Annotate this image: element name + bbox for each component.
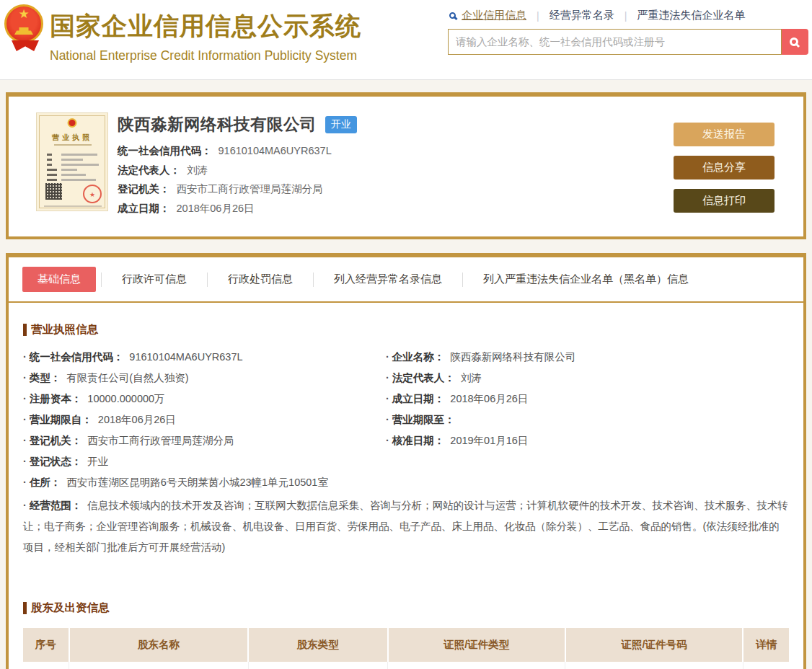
summary-field-legal-representative: 法定代表人：刘涛 — [118, 163, 674, 177]
nav-link-abnormal-directory[interactable]: 经营异常名录 — [550, 9, 614, 22]
nav-link-illegal-blacklist[interactable]: 严重违法失信企业名单 — [637, 9, 745, 22]
national-emblem-icon: ★ — [4, 4, 46, 71]
company-name: 陕西淼新网络科技有限公司 — [118, 113, 317, 136]
field-registration-status: 登记状态：开业 — [23, 453, 386, 469]
search-button[interactable] — [782, 29, 808, 55]
col-header-shareholder-type: 股东类型 — [248, 628, 387, 662]
tab-administrative-penalty[interactable]: 行政处罚信息 — [213, 267, 308, 292]
cell-shareholder-name: 刘涛 — [69, 662, 249, 669]
cell-shareholder-type: 自然人股东 — [248, 662, 387, 669]
col-header-certificate-type: 证照/证件类型 — [388, 628, 565, 662]
nav-separator: | — [537, 10, 539, 22]
cell-certificate-type: 非公示项 — [388, 662, 565, 669]
star-icon: ★ — [6, 7, 41, 22]
summary-field-establish-date: 成立日期：2018年06月26日 — [118, 201, 674, 216]
col-header-index: 序号 — [23, 628, 69, 662]
nav-link-enterprise-credit[interactable]: 企业信用信息 — [462, 9, 526, 22]
ribbon-shape — [12, 40, 39, 51]
search-button-icon — [790, 37, 798, 46]
gate-icon — [14, 27, 33, 35]
license-title: 营业执照 — [37, 133, 107, 143]
site-subtitle: National Enterprise Credit Information P… — [50, 48, 361, 63]
company-summary-card: 营业执照 ★ 陕西淼新网络科技有限公司 开业 统一社会 — [6, 92, 806, 239]
field-establish-date: 成立日期：2018年06月26日 — [386, 391, 749, 407]
red-seal-icon: ★ — [83, 185, 102, 203]
qr-code — [45, 183, 62, 200]
top-nav: 企业信用信息 | 经营异常名录 | 严重违法失信企业名单 — [448, 9, 808, 22]
print-info-button[interactable]: 信息打印 — [674, 189, 775, 213]
field-registration-authority: 登记机关：西安市工商行政管理局莲湖分局 — [23, 433, 386, 448]
col-header-detail: 详情 — [743, 628, 789, 662]
table-header-row: 序号 股东名称 股东类型 证照/证件类型 证照/证件号码 详情 — [23, 628, 789, 662]
tab-serious-violation-blacklist[interactable]: 列入严重违法失信企业名单（黑名单）信息 — [468, 267, 704, 292]
shareholders-title: 股东及出资信息 — [31, 601, 110, 616]
summary-field-credit-code: 统一社会信用代码：91610104MA6UYR637L — [118, 143, 674, 158]
cell-certificate-number: 非公示项 — [565, 662, 743, 669]
site-header: ★ 国家企业信用信息公示系统 National Enterprise Credi… — [0, 0, 812, 80]
emblem-circle: ★ — [4, 4, 43, 43]
col-header-certificate-number: 证照/证件号码 — [565, 628, 743, 662]
table-row: 1 刘涛 自然人股东 非公示项 非公示项 — [23, 662, 789, 669]
field-term-start: 营业期限自：2018年06月26日 — [23, 412, 386, 427]
field-registered-capital: 注册资本：10000.000000万 — [23, 391, 386, 407]
summary-field-registration-authority: 登记机关：西安市工商行政管理局莲湖分局 — [118, 182, 674, 196]
field-address: 住所：西安市莲湖区昆明路6号天朗莱茵小城23幢1单元10501室 — [23, 474, 789, 490]
share-info-button[interactable]: 信息分享 — [674, 156, 775, 180]
search-icon — [449, 12, 456, 19]
cell-index: 1 — [23, 662, 69, 669]
shareholders-section: 股东及出资信息 序号 股东名称 股东类型 证照/证件类型 证照/证件号码 详情 — [9, 601, 803, 669]
status-badge: 开业 — [325, 116, 357, 133]
send-report-button[interactable]: 发送报告 — [674, 123, 775, 146]
shareholders-table: 序号 股东名称 股东类型 证照/证件类型 证照/证件号码 详情 1 刘涛 自然人… — [23, 628, 789, 669]
field-credit-code: 统一社会信用代码：91610104MA6UYR637L — [23, 349, 386, 365]
tab-administrative-license[interactable]: 行政许可信息 — [107, 267, 202, 292]
search-input[interactable] — [448, 29, 782, 55]
cell-detail — [743, 662, 789, 669]
detail-card: 基础信息 行政许可信息 行政处罚信息 列入经营异常名录信息 列入严重违法失信企业… — [6, 253, 806, 669]
field-business-scope: 经营范围：信息技术领域内的技术开发及咨询；互联网大数据信息采集、咨询与分析；网站… — [23, 495, 789, 558]
license-emblem-icon — [68, 118, 77, 128]
field-company-name: 企业名称：陕西淼新网络科技有限公司 — [386, 349, 749, 365]
tab-strip: 基础信息 行政许可信息 行政处罚信息 列入经营异常名录信息 列入严重违法失信企业… — [9, 257, 803, 303]
license-info-title: 营业执照信息 — [31, 322, 98, 337]
nav-separator: | — [625, 10, 627, 22]
field-approval-date: 核准日期：2019年01月16日 — [386, 433, 749, 448]
license-info-section: 营业执照信息 统一社会信用代码：91610104MA6UYR637L 企业名称：… — [9, 322, 803, 558]
field-legal-representative: 法定代表人：刘涛 — [386, 370, 749, 386]
business-license-thumbnail[interactable]: 营业执照 ★ — [36, 112, 108, 211]
field-term-end: 营业期限至： — [386, 412, 749, 427]
site-title: 国家企业信用信息公示系统 — [50, 9, 361, 43]
tab-basic-info[interactable]: 基础信息 — [22, 267, 96, 292]
field-company-type: 类型：有限责任公司(自然人独资) — [23, 370, 386, 386]
col-header-shareholder-name: 股东名称 — [69, 628, 249, 662]
tab-abnormal-operation-list[interactable]: 列入经营异常名录信息 — [319, 267, 457, 292]
